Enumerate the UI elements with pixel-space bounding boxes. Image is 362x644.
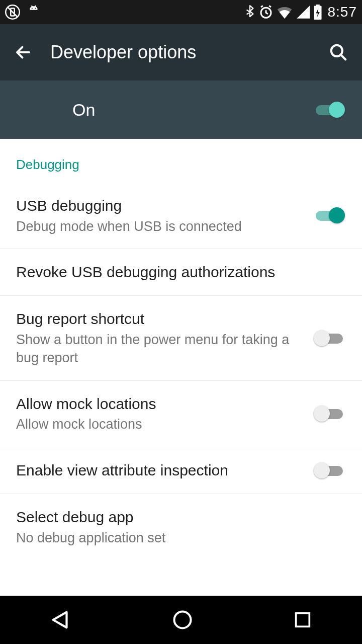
settings-list: Debugging USB debugging Debug mode when …: [0, 139, 362, 596]
nav-home-button[interactable]: [171, 609, 194, 631]
setting-subtitle: Show a button in the power menu for taki…: [16, 331, 304, 367]
bug-report-switch[interactable]: [314, 328, 345, 348]
bluetooth-icon: [244, 5, 255, 20]
setting-title: Select debug app: [16, 507, 335, 528]
status-time: 8:57: [328, 4, 357, 20]
status-bar: 8:57: [0, 0, 362, 24]
section-header-debugging: Debugging: [0, 139, 362, 183]
setting-select-debug-app[interactable]: Select debug app No debug application se…: [0, 494, 362, 560]
app-bar: Developer options: [0, 24, 362, 80]
no-sim-icon: [5, 5, 20, 20]
navigation-bar: [0, 596, 362, 644]
setting-revoke-usb-auth[interactable]: Revoke USB debugging authorizations: [0, 249, 362, 296]
android-debug-icon: [27, 5, 40, 20]
setting-title: Allow mock locations: [16, 394, 304, 415]
svg-rect-7: [316, 5, 320, 7]
svg-point-4: [35, 8, 36, 9]
setting-title: USB debugging: [16, 196, 304, 216]
setting-allow-mock-locations[interactable]: Allow mock locations Allow mock location…: [0, 381, 362, 447]
nav-back-button[interactable]: [49, 608, 72, 631]
setting-subtitle: Allow mock locations: [16, 415, 304, 433]
master-toggle-switch[interactable]: [314, 100, 345, 120]
usb-debugging-switch[interactable]: [314, 205, 345, 225]
page-title: Developer options: [50, 42, 311, 63]
setting-title: Enable view attribute inspection: [16, 460, 304, 481]
setting-title: Bug report shortcut: [16, 309, 304, 330]
battery-charging-icon: [313, 5, 323, 20]
master-toggle-row[interactable]: On: [0, 80, 362, 139]
cellular-signal-icon: [296, 6, 310, 19]
setting-view-attr-inspection[interactable]: Enable view attribute inspection: [0, 447, 362, 495]
back-button[interactable]: [14, 43, 32, 61]
master-toggle-label: On: [72, 100, 314, 120]
view-attr-switch[interactable]: [314, 460, 345, 480]
setting-bug-report-shortcut[interactable]: Bug report shortcut Show a button in the…: [0, 296, 362, 380]
wifi-icon: [277, 6, 293, 19]
svg-rect-10: [296, 613, 309, 627]
setting-subtitle: No debug application set: [16, 529, 335, 547]
setting-usb-debugging[interactable]: USB debugging Debug mode when USB is con…: [0, 183, 362, 249]
svg-point-9: [174, 612, 191, 628]
setting-subtitle: Debug mode when USB is connected: [16, 217, 304, 235]
svg-point-3: [32, 8, 33, 9]
nav-recent-button[interactable]: [293, 610, 313, 630]
search-button[interactable]: [329, 43, 348, 62]
setting-title: Revoke USB debugging authorizations: [16, 262, 335, 283]
mock-locations-switch[interactable]: [314, 404, 345, 424]
alarm-icon: [258, 5, 274, 20]
